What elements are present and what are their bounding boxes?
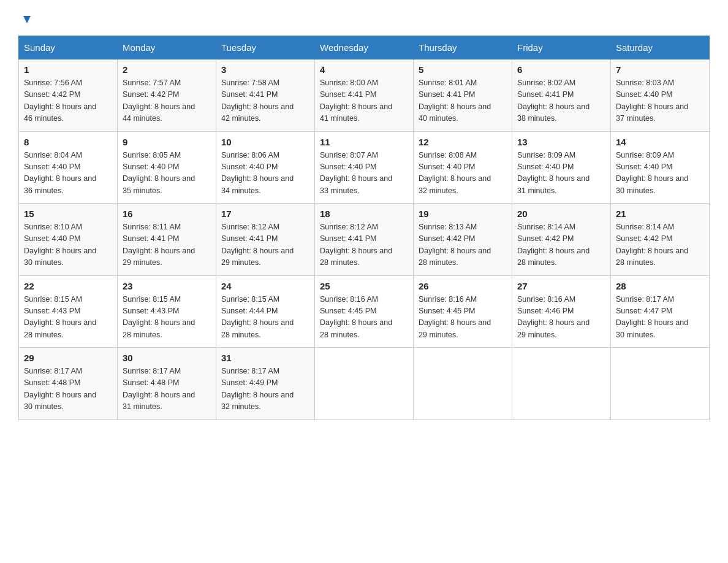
day-number: 3	[221, 64, 309, 75]
calendar-cell: 7Sunrise: 8:03 AMSunset: 4:40 PMDaylight…	[611, 59, 710, 132]
day-info: Sunrise: 8:05 AMSunset: 4:40 PMDaylight:…	[123, 150, 211, 197]
day-number: 28	[616, 281, 704, 291]
col-sunday: Sunday	[19, 36, 118, 59]
calendar-cell: 13Sunrise: 8:09 AMSunset: 4:40 PMDayligh…	[512, 131, 611, 204]
day-number: 29	[24, 353, 112, 363]
calendar-cell: 12Sunrise: 8:08 AMSunset: 4:40 PMDayligh…	[414, 131, 512, 204]
day-info: Sunrise: 8:13 AMSunset: 4:42 PMDaylight:…	[419, 221, 507, 269]
day-number: 26	[419, 281, 507, 291]
calendar-cell: 4Sunrise: 8:00 AMSunset: 4:41 PMDaylight…	[315, 59, 414, 132]
day-number: 15	[24, 209, 112, 219]
day-info: Sunrise: 8:15 AMSunset: 4:43 PMDaylight:…	[24, 294, 112, 342]
day-number: 18	[320, 209, 408, 219]
col-thursday: Thursday	[414, 36, 512, 59]
calendar-cell: 10Sunrise: 8:06 AMSunset: 4:40 PMDayligh…	[216, 131, 315, 204]
calendar-cell: 24Sunrise: 8:15 AMSunset: 4:44 PMDayligh…	[216, 275, 315, 348]
calendar-cell: 5Sunrise: 8:01 AMSunset: 4:41 PMDaylight…	[414, 59, 512, 132]
calendar-cell	[611, 348, 710, 420]
day-info: Sunrise: 8:17 AMSunset: 4:48 PMDaylight:…	[24, 366, 112, 413]
day-number: 19	[419, 209, 507, 219]
calendar-cell: 25Sunrise: 8:16 AMSunset: 4:45 PMDayligh…	[315, 275, 414, 348]
col-monday: Monday	[118, 36, 216, 59]
calendar-cell: 1Sunrise: 7:56 AMSunset: 4:42 PMDaylight…	[19, 59, 118, 132]
calendar-cell: 18Sunrise: 8:12 AMSunset: 4:41 PMDayligh…	[315, 204, 414, 276]
day-number: 21	[616, 209, 704, 219]
day-number: 9	[123, 137, 211, 147]
day-info: Sunrise: 8:10 AMSunset: 4:40 PMDaylight:…	[24, 221, 112, 269]
day-number: 2	[123, 64, 211, 75]
day-info: Sunrise: 8:17 AMSunset: 4:48 PMDaylight:…	[123, 366, 211, 413]
day-info: Sunrise: 8:01 AMSunset: 4:41 PMDaylight:…	[419, 77, 507, 125]
calendar-cell	[414, 348, 512, 420]
calendar-cell	[512, 348, 611, 420]
day-number: 13	[517, 137, 605, 147]
calendar-cell: 28Sunrise: 8:17 AMSunset: 4:47 PMDayligh…	[611, 275, 710, 348]
day-number: 23	[123, 281, 211, 291]
day-info: Sunrise: 8:04 AMSunset: 4:40 PMDaylight:…	[24, 150, 112, 197]
day-info: Sunrise: 8:17 AMSunset: 4:47 PMDaylight:…	[616, 294, 704, 342]
calendar-cell: 21Sunrise: 8:14 AMSunset: 4:42 PMDayligh…	[611, 204, 710, 276]
day-number: 25	[320, 281, 408, 291]
calendar-week-row: 1Sunrise: 7:56 AMSunset: 4:42 PMDaylight…	[19, 59, 710, 132]
calendar-header-row: Sunday Monday Tuesday Wednesday Thursday…	[19, 36, 710, 59]
day-info: Sunrise: 8:06 AMSunset: 4:40 PMDaylight:…	[221, 150, 309, 197]
day-info: Sunrise: 8:15 AMSunset: 4:44 PMDaylight:…	[221, 294, 309, 342]
day-info: Sunrise: 7:56 AMSunset: 4:42 PMDaylight:…	[24, 77, 112, 125]
day-info: Sunrise: 7:58 AMSunset: 4:41 PMDaylight:…	[221, 77, 309, 125]
day-info: Sunrise: 8:09 AMSunset: 4:40 PMDaylight:…	[517, 150, 605, 197]
day-info: Sunrise: 8:03 AMSunset: 4:40 PMDaylight:…	[616, 77, 704, 125]
day-number: 24	[221, 281, 309, 291]
col-tuesday: Tuesday	[216, 36, 315, 59]
col-saturday: Saturday	[611, 36, 710, 59]
calendar-cell: 9Sunrise: 8:05 AMSunset: 4:40 PMDaylight…	[118, 131, 216, 204]
day-info: Sunrise: 8:16 AMSunset: 4:45 PMDaylight:…	[419, 294, 507, 342]
calendar-cell: 14Sunrise: 8:09 AMSunset: 4:40 PMDayligh…	[611, 131, 710, 204]
day-number: 4	[320, 64, 408, 75]
day-info: Sunrise: 8:09 AMSunset: 4:40 PMDaylight:…	[616, 150, 704, 197]
day-number: 1	[24, 64, 112, 75]
calendar-cell: 17Sunrise: 8:12 AMSunset: 4:41 PMDayligh…	[216, 204, 315, 276]
calendar-cell: 30Sunrise: 8:17 AMSunset: 4:48 PMDayligh…	[118, 348, 216, 420]
day-info: Sunrise: 8:15 AMSunset: 4:43 PMDaylight:…	[123, 294, 211, 342]
day-number: 11	[320, 137, 408, 147]
day-info: Sunrise: 8:07 AMSunset: 4:40 PMDaylight:…	[320, 150, 408, 197]
day-number: 10	[221, 137, 309, 147]
calendar-cell: 16Sunrise: 8:11 AMSunset: 4:41 PMDayligh…	[118, 204, 216, 276]
day-number: 14	[616, 137, 704, 147]
day-number: 31	[221, 353, 309, 363]
day-number: 8	[24, 137, 112, 147]
calendar-cell: 20Sunrise: 8:14 AMSunset: 4:42 PMDayligh…	[512, 204, 611, 276]
logo-triangle-icon	[20, 13, 33, 27]
day-number: 30	[123, 353, 211, 363]
calendar-cell: 19Sunrise: 8:13 AMSunset: 4:42 PMDayligh…	[414, 204, 512, 276]
day-number: 17	[221, 209, 309, 219]
day-info: Sunrise: 8:16 AMSunset: 4:46 PMDaylight:…	[517, 294, 605, 342]
calendar-cell: 2Sunrise: 7:57 AMSunset: 4:42 PMDaylight…	[118, 59, 216, 132]
day-info: Sunrise: 8:11 AMSunset: 4:41 PMDaylight:…	[123, 221, 211, 269]
calendar-cell: 15Sunrise: 8:10 AMSunset: 4:40 PMDayligh…	[19, 204, 118, 276]
day-info: Sunrise: 8:14 AMSunset: 4:42 PMDaylight:…	[616, 221, 704, 269]
calendar-cell: 31Sunrise: 8:17 AMSunset: 4:49 PMDayligh…	[216, 348, 315, 420]
day-info: Sunrise: 8:14 AMSunset: 4:42 PMDaylight:…	[517, 221, 605, 269]
calendar-week-row: 15Sunrise: 8:10 AMSunset: 4:40 PMDayligh…	[19, 204, 710, 276]
day-number: 6	[517, 64, 605, 75]
logo	[18, 12, 33, 23]
calendar-table: Sunday Monday Tuesday Wednesday Thursday…	[18, 36, 710, 420]
day-number: 16	[123, 209, 211, 219]
calendar-cell: 8Sunrise: 8:04 AMSunset: 4:40 PMDaylight…	[19, 131, 118, 204]
calendar-cell: 3Sunrise: 7:58 AMSunset: 4:41 PMDaylight…	[216, 59, 315, 132]
svg-marker-0	[23, 16, 31, 23]
calendar-cell: 22Sunrise: 8:15 AMSunset: 4:43 PMDayligh…	[19, 275, 118, 348]
calendar-week-row: 29Sunrise: 8:17 AMSunset: 4:48 PMDayligh…	[19, 348, 710, 420]
col-friday: Friday	[512, 36, 611, 59]
calendar-cell: 27Sunrise: 8:16 AMSunset: 4:46 PMDayligh…	[512, 275, 611, 348]
page-header	[18, 12, 710, 23]
day-number: 12	[419, 137, 507, 147]
calendar-cell: 23Sunrise: 8:15 AMSunset: 4:43 PMDayligh…	[118, 275, 216, 348]
col-wednesday: Wednesday	[315, 36, 414, 59]
day-number: 5	[419, 64, 507, 75]
day-number: 22	[24, 281, 112, 291]
day-info: Sunrise: 8:02 AMSunset: 4:41 PMDaylight:…	[517, 77, 605, 125]
day-info: Sunrise: 8:08 AMSunset: 4:40 PMDaylight:…	[419, 150, 507, 197]
day-number: 7	[616, 64, 704, 75]
